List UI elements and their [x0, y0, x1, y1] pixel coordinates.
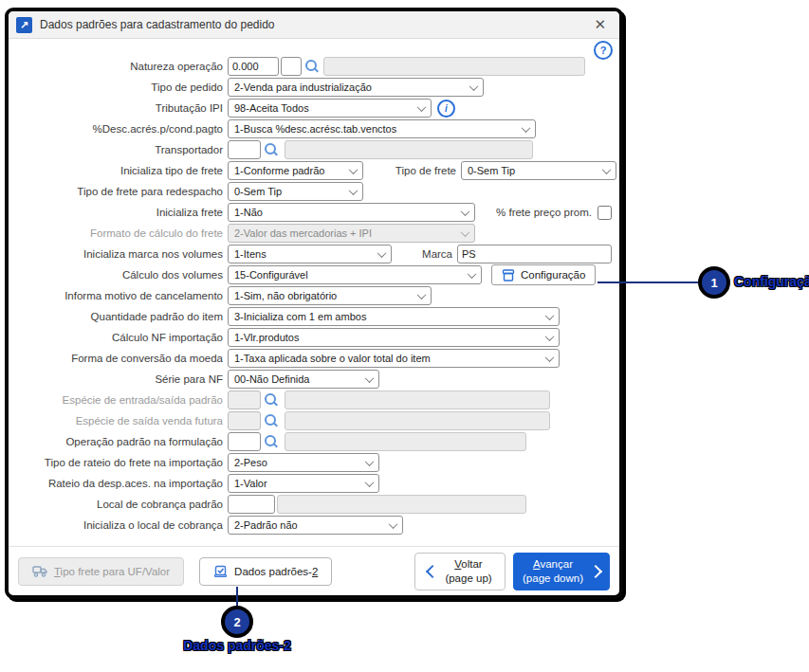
search-icon[interactable] [264, 412, 279, 429]
help-icon[interactable]: ? [594, 41, 613, 60]
select-value: 1-Conforme padrão [234, 165, 324, 176]
natureza-desc-input [323, 57, 585, 76]
field-label: Formato de cálculo do frete [9, 227, 223, 239]
chevron-down-icon [365, 478, 375, 487]
chevron-down-icon [602, 165, 612, 174]
select-value: 2-Venda para industrialização [234, 82, 372, 93]
annotation-label-1: Configuração [734, 274, 809, 289]
operacao-formulacao-code-input[interactable] [228, 432, 261, 451]
desc-acres-select[interactable]: 1-Busca %desc.acrésc.tab.venctos [228, 119, 536, 138]
row-motivo-cancelamento: Informa motivo de cancelamento 1-Sim, nã… [9, 286, 619, 305]
especie-entrada-code-input [228, 390, 261, 409]
button-label: Avançar (page down) [523, 557, 583, 586]
box-icon [502, 269, 515, 282]
quantidade-padrao-select[interactable]: 3-Inicializa com 1 em ambos [228, 307, 560, 326]
motivo-cancelamento-select[interactable]: 1-Sim, não obrigatório [228, 286, 432, 305]
chevron-down-icon [365, 457, 375, 466]
especie-saida-code-input [228, 411, 261, 430]
field-label: %Desc.acrés.p/cond.pagto [9, 123, 223, 135]
annotation-connector-1 [598, 282, 699, 283]
info-icon[interactable]: i [437, 100, 455, 118]
select-value: 2-Peso [234, 457, 267, 468]
tipo-pedido-select[interactable]: 2-Venda para industrialização [228, 78, 484, 97]
row-desc-acres: %Desc.acrés.p/cond.pagto 1-Busca %desc.a… [9, 119, 619, 138]
natureza-code2-input[interactable] [281, 57, 302, 76]
search-icon[interactable] [264, 433, 279, 450]
row-operacao-formulacao: Operação padrão na formulação [9, 432, 619, 451]
field-label: Tipo de rateio do frete na importação [9, 457, 223, 468]
row-inicializa-local-cobranca: Inicializa o local de cobrança 2-Padrão … [9, 516, 619, 535]
row-natureza-operacao: Natureza operação [9, 57, 619, 76]
chevron-down-icon [389, 519, 398, 529]
button-label: Configuração [521, 269, 585, 281]
frete-redespacho-select[interactable]: 0-Sem Tip [228, 182, 363, 201]
chevron-down-icon [349, 186, 359, 195]
chevron-down-icon [469, 82, 479, 91]
annotation-label-2: Dados padrões-2 [183, 638, 291, 653]
chevron-down-icon [545, 311, 555, 320]
field-label: Cálculo NF importação [9, 332, 223, 343]
dados-padroes-2-button[interactable]: Dados padrões-2 [199, 557, 332, 586]
select-value: 2-Valor das mercadorias + IPI [234, 227, 372, 239]
row-calculo-nf-importacao: Cálculo NF importação 1-Vlr.produtos [9, 328, 619, 347]
local-cobranca-code-input[interactable] [228, 495, 275, 514]
search-icon[interactable] [264, 141, 279, 158]
row-especie-saida-futura: Espécie de saída venda futura [9, 411, 619, 430]
search-icon[interactable] [264, 391, 279, 409]
truck-icon [32, 565, 47, 577]
select-value: 1-Sim, não obrigatório [234, 290, 337, 301]
field-label: Natureza operação [9, 61, 223, 72]
tributacao-ipi-select[interactable]: 98-Aceita Todos [228, 99, 432, 118]
rateio-frete-select[interactable]: 2-Peso [228, 453, 379, 472]
local-cobranca-desc-input [277, 495, 526, 514]
avancar-button[interactable]: Avançar (page down) [513, 553, 610, 590]
chevron-down-icon [377, 248, 387, 258]
field-label: Inicializa frete [9, 207, 223, 218]
inicializa-local-cobranca-select[interactable]: 2-Padrão não [228, 516, 403, 535]
field-label: Espécie de saída venda futura [9, 415, 223, 427]
button-label: Tipo frete para UF/Valor [54, 566, 170, 577]
select-value: 1-Taxa aplicada sobre o valor total do i… [234, 353, 431, 364]
chevron-left-icon [426, 564, 439, 577]
frete-preco-prom-checkbox[interactable] [598, 206, 612, 220]
inicializa-tipo-frete-select[interactable]: 1-Conforme padrão [228, 161, 363, 180]
select-value: 98-Aceita Todos [234, 102, 309, 114]
annotation-badge-2: 2 [221, 606, 253, 638]
chevron-down-icon [417, 290, 427, 300]
field-label: Marca [422, 248, 452, 260]
calculo-volumes-select[interactable]: 15-Configurável [228, 265, 482, 284]
conversao-moeda-select[interactable]: 1-Taxa aplicada sobre o valor total do i… [228, 349, 560, 368]
select-value: 1-Busca %desc.acrésc.tab.venctos [234, 123, 396, 135]
transportador-code-input[interactable] [228, 140, 261, 159]
select-value: 3-Inicializa com 1 em ambos [234, 311, 366, 322]
footer-bar: Tipo frete para UF/Valor Dados padrões-2… [9, 546, 619, 595]
calculo-nf-importacao-select[interactable]: 1-Vlr.produtos [228, 328, 560, 347]
inicializa-frete-select[interactable]: 1-Não [228, 203, 475, 222]
checked-box-icon [213, 565, 228, 578]
select-value: 15-Configurável [234, 269, 308, 281]
transportador-desc-input [285, 140, 533, 159]
row-inicializa-tipo-frete: Inicializa tipo de frete 1-Conforme padr… [9, 161, 619, 180]
field-label: Tributação IPI [9, 102, 223, 114]
button-label: Voltar (page up) [445, 557, 491, 586]
tipo-frete-select[interactable]: 0-Sem Tip [461, 161, 616, 180]
field-label: Tipo de frete [390, 165, 456, 176]
field-label: % frete preço prom. [496, 207, 592, 218]
configuracao-button[interactable]: Configuração [491, 264, 596, 285]
serie-nf-select[interactable]: 00-Não Definida [228, 370, 379, 389]
row-tributacao-ipi: Tributação IPI 98-Aceita Todos i [9, 99, 619, 118]
select-value: 1-Valor [234, 478, 267, 489]
row-rateio-despesas: Rateio da desp.aces. na importação 1-Val… [9, 474, 619, 493]
inicializa-marca-select[interactable]: 1-Itens [228, 245, 392, 263]
window-title: Dados padrões para cadastramento do pedi… [40, 18, 580, 31]
field-label: Série para NF [9, 373, 223, 385]
close-icon[interactable]: ✕ [588, 16, 612, 33]
marca-input[interactable] [457, 245, 612, 263]
especie-entrada-desc-input [285, 390, 550, 409]
rateio-despesas-select[interactable]: 1-Valor [228, 474, 379, 493]
search-icon[interactable] [304, 58, 320, 75]
field-label: Tipo de frete para redespacho [9, 186, 223, 197]
formato-calculo-frete-select: 2-Valor das mercadorias + IPI [228, 224, 475, 243]
voltar-button[interactable]: Voltar (page up) [414, 553, 506, 590]
natureza-code-input[interactable] [228, 57, 279, 76]
